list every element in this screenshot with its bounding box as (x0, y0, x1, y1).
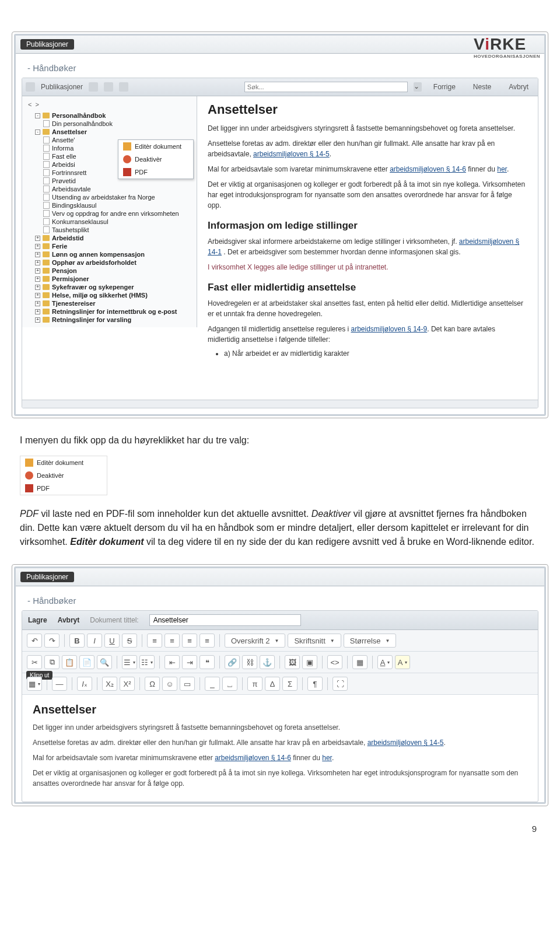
link-button[interactable]: 🔗 (225, 655, 240, 669)
tree-item[interactable]: +Opphør av arbeidsforholdet (24, 258, 194, 267)
here-link[interactable]: her (497, 165, 507, 173)
dropdown-icon[interactable]: ⌄ (414, 82, 422, 92)
gear-icon[interactable] (89, 82, 98, 92)
ctx-pdf[interactable]: PDF (118, 166, 193, 179)
expand-icon[interactable]: + (35, 309, 40, 314)
size-dropdown[interactable]: Størrelse▼ (344, 634, 397, 648)
cancel-button[interactable]: Avbryt (58, 616, 80, 624)
expand-icon[interactable]: + (35, 317, 40, 323)
expand-icon[interactable]: - (35, 130, 40, 135)
sigma-button[interactable]: Σ (282, 677, 298, 691)
expand-icon[interactable]: + (35, 268, 40, 274)
tree-item[interactable]: +Tjenestereiser (24, 299, 194, 307)
pilcrow-button[interactable]: ¶ (307, 677, 323, 691)
word-icon[interactable] (119, 82, 128, 92)
ol-button[interactable]: ☷▾ (139, 655, 155, 669)
paste-button[interactable]: 📋 (62, 655, 77, 669)
tree-item[interactable]: Arbeidsavtale (24, 185, 194, 193)
font-dropdown[interactable]: Skriftsnitt▼ (288, 634, 341, 648)
law-link[interactable]: arbeidsmiljøloven § 14-5 (253, 150, 330, 158)
section-handboker[interactable]: - Håndbøker (16, 54, 544, 78)
expand-icon[interactable]: - (35, 113, 40, 118)
subscript-button[interactable]: X₂ (102, 677, 117, 691)
template-button[interactable]: ▦ (352, 655, 368, 669)
image-button[interactable]: 🖼 (285, 655, 300, 669)
ctx-deactivate[interactable]: Deaktivèr (118, 153, 193, 166)
copy-button[interactable]: ⧉ (44, 655, 60, 669)
tree-item[interactable]: -Ansettelser (24, 128, 194, 136)
ctx-edit[interactable]: Editèr dokument (118, 140, 193, 153)
hr-button[interactable]: — (52, 677, 67, 691)
underline-button[interactable]: U (104, 634, 120, 648)
tree-item[interactable]: +Ferie (24, 242, 194, 250)
tab-publikasjoner[interactable]: Publikasjoner (20, 572, 74, 582)
next-button[interactable]: Neste (467, 81, 497, 93)
tree-item[interactable]: +Pensjon (24, 267, 194, 275)
outdent-button[interactable]: ⇤ (164, 655, 180, 669)
bg-color-button[interactable]: A▾ (395, 655, 410, 669)
tree-item[interactable]: Din personalhåndbok (24, 120, 194, 128)
expand-icon[interactable]: + (35, 236, 40, 241)
iframe-button[interactable]: ▭ (180, 677, 195, 691)
law-link[interactable]: arbeidsmiljøloven § 14-6 (215, 754, 291, 762)
nav-fwd[interactable]: > (36, 101, 39, 108)
superscript-button[interactable]: X² (120, 677, 135, 691)
save-button[interactable]: Lagre (28, 616, 47, 624)
expand-icon[interactable]: + (35, 260, 40, 265)
here-link[interactable]: her (322, 754, 332, 762)
align-center-button[interactable]: ≡ (164, 634, 180, 648)
italic-button[interactable]: I (87, 634, 102, 648)
tree-item[interactable]: Konkurranseklausul (24, 218, 194, 226)
expand-icon[interactable]: + (35, 244, 40, 249)
find-button[interactable]: 🔍 (97, 655, 112, 669)
align-right-button[interactable]: ≡ (182, 634, 197, 648)
anchor-button[interactable]: ⚓ (260, 655, 275, 669)
emoji-button[interactable]: ☺ (162, 677, 177, 691)
clear-format-button[interactable]: Iₓ (77, 677, 92, 691)
redo-button[interactable]: ↷ (44, 634, 60, 648)
law-link[interactable]: arbeidsmiljøloven § 14-9 (351, 325, 427, 333)
align-justify-button[interactable]: ≡ (200, 634, 215, 648)
search-input[interactable] (244, 82, 408, 92)
tree-item[interactable]: +Retningslinjer for internettbruk og e-p… (24, 307, 194, 316)
table-button[interactable]: ▦▾ (27, 677, 42, 691)
nav-tree[interactable]: < > -PersonalhåndbokDin personalhåndbok-… (22, 96, 197, 327)
tree-item[interactable]: Utsending av arbeidstaker fra Norge (24, 193, 194, 201)
ul-button[interactable]: ☰▾ (122, 655, 137, 669)
expand-icon[interactable]: + (35, 285, 40, 290)
bold-button[interactable]: B (69, 634, 85, 648)
horizontal-scrollbar[interactable] (22, 400, 538, 408)
unlink-button[interactable]: ⛓ (242, 655, 257, 669)
expand-icon[interactable]: + (35, 277, 40, 282)
media-button[interactable]: ▣ (302, 655, 317, 669)
tree-item[interactable]: +Lønn og annen kompensasjon (24, 250, 194, 258)
editor-content[interactable]: Ansettelser Det ligger inn under arbeids… (22, 695, 538, 802)
pagebreak-button[interactable]: ⎯ (205, 677, 220, 691)
pi-button[interactable]: π (247, 677, 262, 691)
tree-item[interactable]: +Helse, miljø og sikkerhet (HMS) (24, 291, 194, 299)
toc-icon[interactable] (26, 82, 35, 92)
cut-button[interactable]: ✂Klipp ut (27, 655, 42, 669)
indent-button[interactable]: ⇥ (182, 655, 197, 669)
law-link[interactable]: arbeidsmiljøloven § 14-6 (390, 165, 466, 173)
tab-publikasjoner[interactable]: Publikasjoner (20, 39, 74, 50)
tree-item[interactable]: Taushetsplikt (24, 226, 194, 234)
style-dropdown[interactable]: Overskrift 2▼ (225, 634, 285, 648)
doc-title-input[interactable] (149, 614, 301, 626)
tree-item[interactable]: -Personalhåndbok (24, 111, 194, 120)
omega-button[interactable]: Ω (145, 677, 160, 691)
paste-text-button[interactable]: 📄 (79, 655, 94, 669)
section-handboker[interactable]: - Håndbøker (16, 586, 544, 610)
expand-icon[interactable]: + (35, 293, 40, 298)
cancel-button[interactable]: Avbryt (503, 81, 534, 93)
text-color-button[interactable]: A▾ (377, 655, 393, 669)
nav-back[interactable]: < (28, 101, 32, 108)
fullscreen-button[interactable]: ⛶ (332, 677, 348, 691)
tree-item[interactable]: +Retningslinjer for varsling (24, 316, 194, 324)
delta-button[interactable]: ∆ (265, 677, 280, 691)
tree-item[interactable]: Bindingsklausul (24, 201, 194, 209)
align-left-button[interactable]: ≡ (147, 634, 162, 648)
undo-button[interactable]: ↶ (27, 634, 42, 648)
tree-item[interactable]: +Arbeidstid (24, 234, 194, 242)
law-link[interactable]: arbeidsmiljøloven § 14-5 (368, 739, 444, 747)
